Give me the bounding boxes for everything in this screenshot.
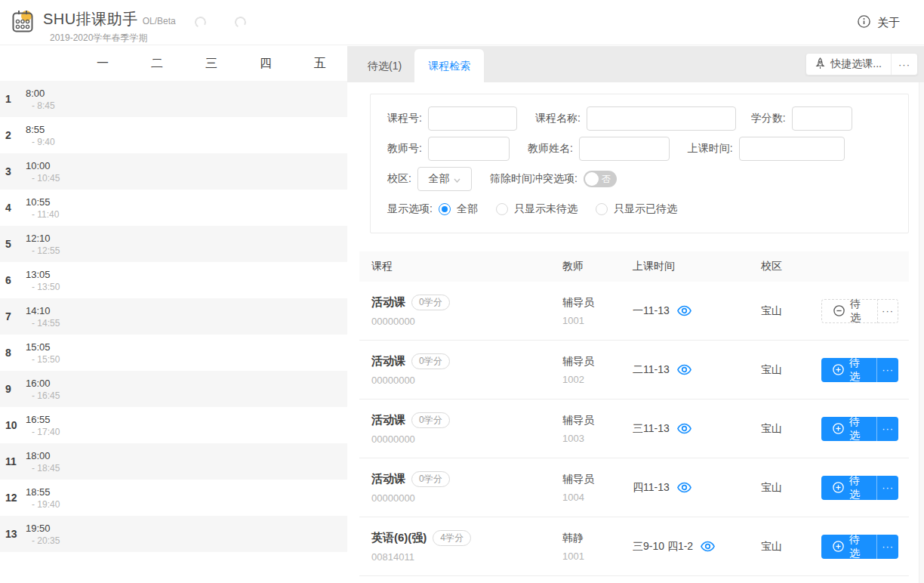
slot-end-time: - 16:45 <box>26 390 60 402</box>
top-header: SHU排课助手 OL/Beta 2019-2020学年春季学期 关于 <box>0 0 924 45</box>
candidate-button-label: 待选 <box>849 356 865 384</box>
course-cell: 活动课 0学分 00000000 <box>371 471 562 504</box>
row-more-options-button[interactable]: ··· <box>877 417 898 441</box>
course-name-input[interactable] <box>587 106 736 131</box>
weekly-timetable: 一二三四五 1 8:00 - 8:45 2 8:55 - 9:40 3 10:0… <box>0 46 347 583</box>
candidate-button-group: 待选 ··· <box>821 476 898 500</box>
row-more-options-button[interactable]: ··· <box>877 535 898 559</box>
timeslot-row: 13 19:50 - 20:35 <box>0 516 347 552</box>
vertical-scrollbar[interactable] <box>919 82 924 583</box>
preview-eye-icon[interactable] <box>677 423 691 434</box>
credit-badge: 0学分 <box>411 295 450 310</box>
teacher-name-input[interactable] <box>579 137 670 161</box>
teacher-name: 韩静 <box>562 532 633 545</box>
display-option-radio[interactable]: 只显示未待选 <box>496 202 578 216</box>
credit-badge: 0学分 <box>411 471 450 487</box>
campus: 宝山 <box>761 481 821 495</box>
campus-select[interactable]: 全部 <box>417 167 472 191</box>
timeslot-row: 10 16:55 - 17:40 <box>0 407 347 443</box>
quick-select-button-group: 快捷选课... ··· <box>805 53 918 76</box>
candidate-toggle-button[interactable]: 待选 <box>821 299 878 323</box>
slot-end-time: - 11:40 <box>26 208 59 221</box>
quick-select-button[interactable]: 快捷选课... <box>806 54 891 75</box>
teacher-id: 1002 <box>562 374 633 385</box>
slot-start-time: 18:00 <box>26 449 60 462</box>
course-row: 活动课 0学分 00000000 辅导员 1003 三11-13 宝山 <box>359 399 909 458</box>
minus-circle-icon <box>833 305 845 316</box>
display-option-radio[interactable]: 全部 <box>439 202 478 216</box>
slot-start-time: 16:00 <box>26 377 60 390</box>
tab-course-search[interactable]: 课程检索 <box>414 49 484 82</box>
action-cell: 待选 ··· <box>821 358 898 382</box>
switch-knob <box>585 172 599 186</box>
plus-circle-icon <box>833 423 844 434</box>
candidate-toggle-button[interactable]: 待选 <box>821 535 876 559</box>
app-logo-calendar-icon <box>11 9 35 45</box>
slot-times: 12:10 - 12:55 <box>26 232 60 257</box>
preview-eye-icon[interactable] <box>701 541 715 552</box>
credits-input[interactable] <box>792 106 852 131</box>
plus-circle-icon <box>833 482 844 493</box>
course-code: 00000000 <box>371 375 562 386</box>
app-window: SHU排课助手 OL/Beta 2019-2020学年春季学期 关于 一二 <box>0 0 924 583</box>
slot-times: 16:55 - 17:40 <box>26 413 60 438</box>
candidate-toggle-button[interactable]: 待选 <box>821 358 876 382</box>
campus: 宝山 <box>761 422 821 436</box>
course-name-label: 课程名称: <box>535 112 581 125</box>
slot-start-time: 8:00 <box>26 87 55 100</box>
row-more-options-button[interactable]: ··· <box>877 299 898 323</box>
radio-label: 只显示未待选 <box>514 202 578 216</box>
class-time-input[interactable] <box>739 137 845 161</box>
slot-times: 10:00 - 10:45 <box>26 159 60 184</box>
app-title: SHU排课助手 <box>43 9 138 29</box>
candidate-button-label: 待选 <box>849 474 865 501</box>
candidate-toggle-button[interactable]: 待选 <box>821 417 876 441</box>
course-no-input[interactable] <box>428 106 517 131</box>
time-cell: 一11-13 <box>633 304 761 318</box>
slot-times: 16:00 - 16:45 <box>26 377 60 402</box>
teacher-no-input[interactable] <box>428 137 510 161</box>
column-header-teacher: 教师 <box>562 260 633 273</box>
quick-select-more-button[interactable]: ··· <box>892 54 917 75</box>
course-code: 00000000 <box>371 316 562 327</box>
slot-end-time: - 15:50 <box>26 353 60 366</box>
course-code: 00000000 <box>371 433 562 445</box>
preview-eye-icon[interactable] <box>677 364 691 375</box>
display-option-radio[interactable]: 只显示已待选 <box>596 202 677 216</box>
candidate-toggle-button[interactable]: 待选 <box>821 476 876 500</box>
candidate-button-label: 待选 <box>849 533 865 560</box>
course-cell: 活动课 0学分 00000000 <box>371 353 562 386</box>
day-header: 四 <box>239 56 293 72</box>
action-cell: 待选 ··· <box>821 299 898 323</box>
course-cell: 活动课 0学分 00000000 <box>371 295 562 327</box>
course-row: 英语(6)(强) 4学分 00814011 韩静 1001 三9-10 四1-2… <box>359 517 909 576</box>
course-cell: 英语(6)(强) 4学分 00814011 <box>371 530 562 563</box>
slot-times: 18:55 - 19:40 <box>26 486 60 511</box>
course-cell: 活动课 0学分 00000000 <box>371 412 562 445</box>
slot-start-time: 18:55 <box>26 486 60 498</box>
row-more-options-button[interactable]: ··· <box>877 476 898 500</box>
slot-end-time: - 12:55 <box>26 245 60 257</box>
conflict-filter-switch[interactable]: 否 <box>584 171 617 187</box>
preview-eye-icon[interactable] <box>677 305 691 316</box>
slot-end-time: - 9:40 <box>26 136 55 148</box>
slot-number: 1 <box>0 93 26 105</box>
timeslot-row: 6 13:05 - 13:50 <box>0 262 347 298</box>
slot-end-time: - 13:50 <box>26 281 60 293</box>
slot-end-time: - 14:55 <box>26 317 60 329</box>
tab-pending[interactable]: 待选(1) <box>355 49 414 82</box>
campus: 宝山 <box>761 540 821 554</box>
slot-number: 7 <box>0 310 26 322</box>
slot-end-time: - 10:45 <box>26 172 60 184</box>
timeslot-row: 12 18:55 - 19:40 <box>0 480 347 516</box>
row-more-options-button[interactable]: ··· <box>877 358 898 382</box>
slot-start-time: 10:55 <box>26 196 59 208</box>
about-button[interactable]: 关于 <box>858 0 900 45</box>
slot-end-time: - 17:40 <box>26 426 60 438</box>
preview-eye-icon[interactable] <box>677 482 691 493</box>
slot-number: 8 <box>0 347 26 359</box>
timeslot-row: 4 10:55 - 11:40 <box>0 190 347 226</box>
column-header-campus: 校区 <box>761 260 821 273</box>
timeslot-row: 9 16:00 - 16:45 <box>0 371 347 407</box>
class-time: 四11-13 <box>633 481 670 495</box>
